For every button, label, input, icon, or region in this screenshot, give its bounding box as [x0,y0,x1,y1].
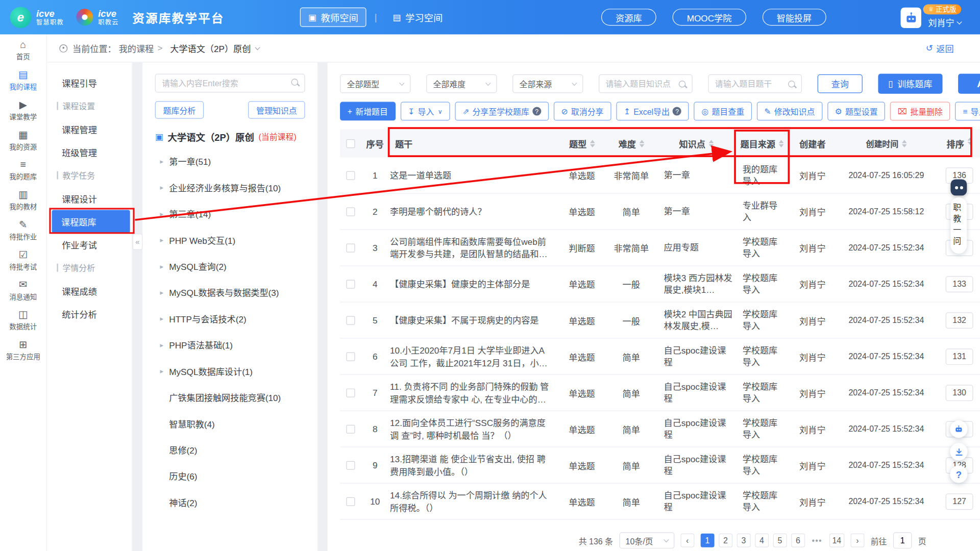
download-button[interactable] [950,443,967,460]
page-button[interactable]: 14 [829,534,844,547]
course-menu-item[interactable]: 课程设置 [47,94,132,117]
page-button[interactable]: 4 [755,534,769,547]
row-checkbox[interactable] [346,316,355,324]
toolbar-button[interactable]: ≡ 导入记录 [955,102,980,121]
tab-teacher-space[interactable]: ▣ 教师空间 [300,8,366,27]
rail-item[interactable]: ▥ 我的教材 [0,186,46,216]
expand-caret-icon[interactable]: ▸ [160,183,163,191]
sort-icon[interactable] [590,140,595,147]
sort-icon[interactable] [708,140,714,147]
goto-page-input[interactable] [893,532,912,548]
page-button[interactable]: 2 [719,534,732,547]
expand-caret-icon[interactable]: ▸ [160,210,163,218]
prev-page-button[interactable]: ‹ [680,534,694,547]
sort-icon[interactable] [639,140,644,147]
toolbar-button[interactable]: ⌧ 批量删除 [890,102,950,121]
toolbar-button[interactable]: ◎ 题目查重 [694,102,752,121]
ai-button[interactable]: AI [958,73,980,93]
row-checkbox[interactable] [346,171,355,180]
rail-item[interactable]: ◫ 数据统计 [0,306,46,336]
ai-robot-button[interactable] [900,8,921,28]
rail-item[interactable]: ≡ 我的题库 [0,156,46,186]
manage-knowledge-button[interactable]: 管理知识点 [248,101,305,118]
expand-caret-icon[interactable]: ▸ [160,367,163,375]
rail-item[interactable]: ✉ 消息通知 [0,276,46,306]
breadcrumb-parent[interactable]: 我的课程 [119,42,154,54]
difficulty-select[interactable]: 全部难度 [426,74,497,93]
header-pill-button[interactable]: 智能投屏 [762,9,826,26]
toolbar-button[interactable]: ↧ 导入 ∨ [400,102,450,121]
tree-node[interactable]: ▸ 第一章(51) [155,148,305,174]
tree-node[interactable]: ▸ 历史(6) [155,463,305,489]
row-checkbox[interactable] [346,424,355,433]
tab-learning-space[interactable]: ▤ 学习空间 [385,8,450,27]
toolbar-button[interactable]: ↥ Excel导出 ? [616,102,689,121]
tree-node[interactable]: ▸ 智慧职教(4) [155,410,305,436]
row-checkbox[interactable] [346,207,355,216]
query-button[interactable]: 查询 [818,74,863,93]
tree-node[interactable]: ▸ PHP Web交互(1) [155,227,305,253]
source-select[interactable]: 全部来源 [512,74,583,93]
course-menu-item[interactable]: 课程设计 [47,187,132,210]
select-all-checkbox[interactable] [346,139,355,147]
help-badge-icon[interactable]: ? [673,107,681,115]
rail-item[interactable]: ⊞ 第三方应用 [0,336,46,366]
page-button[interactable]: ••• [810,534,825,547]
tree-node[interactable]: ▸ MySQL数据库设计(1) [155,358,305,384]
sort-icon[interactable] [778,140,783,147]
expand-caret-icon[interactable]: ▸ [160,288,163,296]
expand-caret-icon[interactable]: ▸ [160,341,163,349]
train-bank-button[interactable]: ▯训练题库 [878,73,942,93]
course-switch-caret-icon[interactable] [255,44,260,49]
expand-caret-icon[interactable]: ▸ [160,236,163,244]
rail-item[interactable]: ✎ 待批作业 [0,215,46,245]
tree-node[interactable]: ▸ MySQL数据表与数据类型(3) [155,279,305,305]
tree-node[interactable]: ▸ MySQL查询(2) [155,253,305,279]
toolbar-button[interactable]: ⇗ 分享至学校题库 ? [455,102,549,121]
sort-order-input[interactable] [946,276,973,292]
tree-node[interactable]: ▸ 企业经济业务核算与报告(10) [155,174,305,201]
assistant-label[interactable]: 职教一问 [950,197,967,254]
help-badge-icon[interactable]: ? [532,107,541,115]
course-menu-item[interactable]: 课程成绩 [47,279,132,302]
expand-caret-icon[interactable]: ▸ [160,315,163,323]
tree-node[interactable]: ▸ 神话(2) [155,489,305,515]
page-button[interactable]: 6 [791,534,805,547]
sort-icon[interactable] [901,140,906,147]
course-menu-item[interactable]: 课程题库 [52,210,130,233]
course-menu-item[interactable]: 作业考试 [47,233,132,256]
rail-item[interactable]: ▤ 我的课程 [0,66,46,96]
search-icon[interactable] [291,79,298,85]
course-menu-item[interactable]: 课程管理 [47,117,132,140]
toolbar-button[interactable]: ✎ 修改知识点 [757,102,822,121]
course-menu-item[interactable]: 统计分析 [47,303,132,325]
search-icon[interactable] [679,81,685,87]
expand-caret-icon[interactable]: ▸ [160,262,163,270]
customer-service-button[interactable] [950,420,967,438]
tree-node[interactable]: ▸ PHP语法基础(1) [155,332,305,358]
page-button[interactable]: 1 [700,534,714,547]
user-menu[interactable]: 刘肖宁 [928,16,961,29]
search-icon[interactable] [788,81,795,87]
course-menu-item[interactable]: 班级管理 [47,141,132,164]
tree-root-node[interactable]: ▣ 大学语文（2P）原创 (当前课程) [155,130,305,143]
header-pill-button[interactable]: 资源库 [601,9,656,26]
course-menu-item[interactable]: 教学任务 [47,164,132,187]
toolbar-button[interactable]: ⊘ 取消分享 [554,102,611,121]
tree-node[interactable]: ▸ 第三章(14) [155,201,305,227]
page-size-select[interactable]: 10条/页 [619,532,674,548]
rail-item[interactable]: ⌂ 首页 [0,36,46,66]
sort-order-input[interactable] [946,493,973,510]
question-type-select[interactable]: 全部题型 [340,74,410,93]
row-checkbox[interactable] [346,497,355,506]
help-button[interactable]: ? [950,465,967,483]
sort-order-input[interactable] [946,312,973,329]
sort-order-input[interactable] [946,385,973,401]
bank-analysis-button[interactable]: 题库分析 [155,101,204,118]
row-checkbox[interactable] [346,352,355,361]
row-checkbox[interactable] [346,280,355,288]
tree-search-input[interactable] [155,73,305,92]
back-button[interactable]: ↺返回 [926,42,954,54]
next-page-button[interactable]: › [850,534,864,547]
tree-node[interactable]: ▸ 广铁集团接触网技能竞赛(10) [155,384,305,410]
